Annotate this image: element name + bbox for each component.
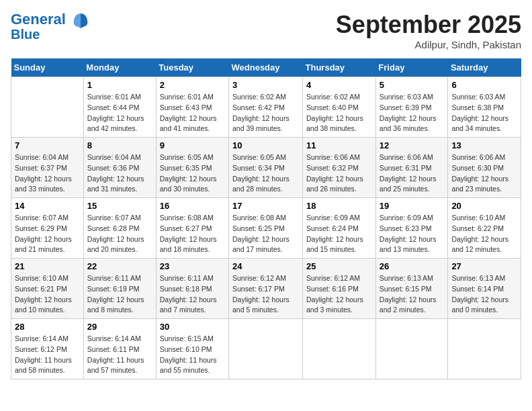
week-row-1: 1Sunrise: 6:01 AM Sunset: 6:44 PM Daylig… [11, 77, 521, 138]
calendar-cell: 5Sunrise: 6:03 AM Sunset: 6:39 PM Daylig… [375, 77, 448, 138]
day-header-tuesday: Tuesday [156, 58, 228, 77]
calendar-cell: 24Sunrise: 6:12 AM Sunset: 6:17 PM Dayli… [229, 259, 303, 319]
calendar-cell: 12Sunrise: 6:06 AM Sunset: 6:31 PM Dayli… [375, 138, 448, 198]
day-info: Sunrise: 6:08 AM Sunset: 6:25 PM Dayligh… [232, 213, 299, 255]
location: Adilpur, Sindh, Pakistan [336, 39, 521, 50]
day-number: 26 [380, 261, 445, 271]
day-info: Sunrise: 6:14 AM Sunset: 6:12 PM Dayligh… [15, 334, 80, 376]
day-number: 25 [306, 261, 372, 271]
day-number: 28 [15, 322, 80, 332]
calendar-cell: 17Sunrise: 6:08 AM Sunset: 6:25 PM Dayli… [229, 198, 303, 259]
calendar-cell: 6Sunrise: 6:03 AM Sunset: 6:38 PM Daylig… [448, 77, 521, 138]
day-info: Sunrise: 6:13 AM Sunset: 6:14 PM Dayligh… [451, 273, 517, 316]
calendar-cell: 2Sunrise: 6:01 AM Sunset: 6:43 PM Daylig… [156, 77, 228, 138]
calendar-cell: 27Sunrise: 6:13 AM Sunset: 6:14 PM Dayli… [448, 259, 521, 319]
calendar-cell: 13Sunrise: 6:06 AM Sunset: 6:30 PM Dayli… [448, 138, 521, 198]
day-number: 11 [306, 140, 372, 150]
week-row-2: 7Sunrise: 6:04 AM Sunset: 6:37 PM Daylig… [11, 138, 521, 198]
day-number: 2 [160, 80, 225, 90]
calendar-cell: 25Sunrise: 6:12 AM Sunset: 6:16 PM Dayli… [303, 259, 376, 319]
day-info: Sunrise: 6:04 AM Sunset: 6:36 PM Dayligh… [87, 152, 152, 195]
day-number: 21 [15, 261, 80, 271]
day-number: 9 [160, 140, 225, 150]
calendar-cell [229, 319, 303, 379]
day-info: Sunrise: 6:02 AM Sunset: 6:40 PM Dayligh… [306, 92, 372, 134]
day-info: Sunrise: 6:06 AM Sunset: 6:31 PM Dayligh… [380, 152, 445, 195]
title-block: September 2025 Adilpur, Sindh, Pakistan [336, 11, 521, 50]
calendar-cell [11, 77, 84, 138]
calendar-cell: 23Sunrise: 6:11 AM Sunset: 6:18 PM Dayli… [156, 259, 228, 319]
day-info: Sunrise: 6:05 AM Sunset: 6:34 PM Dayligh… [232, 152, 299, 195]
day-number: 23 [160, 261, 225, 271]
day-info: Sunrise: 6:08 AM Sunset: 6:27 PM Dayligh… [160, 213, 225, 255]
day-info: Sunrise: 6:07 AM Sunset: 6:28 PM Dayligh… [87, 213, 152, 255]
day-number: 12 [380, 140, 445, 150]
day-number: 27 [451, 261, 517, 271]
calendar-cell: 11Sunrise: 6:06 AM Sunset: 6:32 PM Dayli… [303, 138, 376, 198]
calendar-cell: 16Sunrise: 6:08 AM Sunset: 6:27 PM Dayli… [156, 198, 228, 259]
calendar-cell: 21Sunrise: 6:10 AM Sunset: 6:21 PM Dayli… [11, 259, 84, 319]
calendar-cell: 18Sunrise: 6:09 AM Sunset: 6:24 PM Dayli… [303, 198, 376, 259]
calendar-cell: 19Sunrise: 6:09 AM Sunset: 6:23 PM Dayli… [375, 198, 448, 259]
day-number: 13 [451, 140, 517, 150]
calendar-cell: 14Sunrise: 6:07 AM Sunset: 6:29 PM Dayli… [11, 198, 84, 259]
day-header-sunday: Sunday [11, 58, 84, 77]
day-info: Sunrise: 6:07 AM Sunset: 6:29 PM Dayligh… [15, 213, 80, 255]
calendar-cell: 3Sunrise: 6:02 AM Sunset: 6:42 PM Daylig… [229, 77, 303, 138]
day-number: 4 [306, 80, 372, 90]
calendar-cell: 30Sunrise: 6:15 AM Sunset: 6:10 PM Dayli… [156, 319, 228, 379]
day-info: Sunrise: 6:02 AM Sunset: 6:42 PM Dayligh… [232, 92, 299, 134]
day-info: Sunrise: 6:12 AM Sunset: 6:16 PM Dayligh… [306, 273, 372, 316]
day-info: Sunrise: 6:10 AM Sunset: 6:22 PM Dayligh… [451, 213, 517, 255]
week-row-4: 21Sunrise: 6:10 AM Sunset: 6:21 PM Dayli… [11, 259, 521, 319]
day-info: Sunrise: 6:05 AM Sunset: 6:35 PM Dayligh… [160, 152, 225, 195]
day-number: 3 [232, 80, 299, 90]
day-number: 20 [451, 201, 517, 211]
calendar-cell: 10Sunrise: 6:05 AM Sunset: 6:34 PM Dayli… [229, 138, 303, 198]
calendar-table: SundayMondayTuesdayWednesdayThursdayFrid… [11, 58, 521, 379]
day-number: 10 [232, 140, 299, 150]
day-number: 7 [15, 140, 80, 150]
day-header-wednesday: Wednesday [229, 58, 303, 77]
day-number: 22 [87, 261, 152, 271]
day-number: 17 [232, 201, 299, 211]
calendar-cell: 29Sunrise: 6:14 AM Sunset: 6:11 PM Dayli… [83, 319, 156, 379]
calendar-cell: 28Sunrise: 6:14 AM Sunset: 6:12 PM Dayli… [11, 319, 84, 379]
day-info: Sunrise: 6:03 AM Sunset: 6:39 PM Dayligh… [380, 92, 445, 134]
calendar-cell: 22Sunrise: 6:11 AM Sunset: 6:19 PM Dayli… [83, 259, 156, 319]
day-info: Sunrise: 6:01 AM Sunset: 6:43 PM Dayligh… [160, 92, 225, 134]
day-header-monday: Monday [83, 58, 156, 77]
day-number: 6 [451, 80, 517, 90]
week-row-3: 14Sunrise: 6:07 AM Sunset: 6:29 PM Dayli… [11, 198, 521, 259]
day-info: Sunrise: 6:09 AM Sunset: 6:23 PM Dayligh… [380, 213, 445, 255]
day-info: Sunrise: 6:11 AM Sunset: 6:19 PM Dayligh… [87, 273, 152, 316]
day-header-friday: Friday [375, 58, 448, 77]
calendar-cell: 8Sunrise: 6:04 AM Sunset: 6:36 PM Daylig… [83, 138, 156, 198]
day-number: 30 [160, 322, 225, 332]
day-number: 5 [380, 80, 445, 90]
calendar-cell [375, 319, 448, 379]
page-header: General Blue September 2025 Adilpur, Sin… [11, 11, 521, 50]
logo: General Blue [11, 11, 90, 42]
day-info: Sunrise: 6:06 AM Sunset: 6:30 PM Dayligh… [451, 152, 517, 195]
day-number: 8 [87, 140, 152, 150]
day-info: Sunrise: 6:13 AM Sunset: 6:15 PM Dayligh… [380, 273, 445, 316]
day-header-thursday: Thursday [303, 58, 376, 77]
calendar-cell [303, 319, 376, 379]
day-number: 18 [306, 201, 372, 211]
day-number: 1 [87, 80, 152, 90]
calendar-cell: 9Sunrise: 6:05 AM Sunset: 6:35 PM Daylig… [156, 138, 228, 198]
day-number: 19 [380, 201, 445, 211]
day-number: 29 [87, 322, 152, 332]
day-info: Sunrise: 6:15 AM Sunset: 6:10 PM Dayligh… [160, 334, 225, 376]
week-row-5: 28Sunrise: 6:14 AM Sunset: 6:12 PM Dayli… [11, 319, 521, 379]
calendar-cell: 26Sunrise: 6:13 AM Sunset: 6:15 PM Dayli… [375, 259, 448, 319]
calendar-cell: 4Sunrise: 6:02 AM Sunset: 6:40 PM Daylig… [303, 77, 376, 138]
header-row: SundayMondayTuesdayWednesdayThursdayFrid… [11, 58, 521, 77]
day-info: Sunrise: 6:11 AM Sunset: 6:18 PM Dayligh… [160, 273, 225, 316]
calendar-cell: 20Sunrise: 6:10 AM Sunset: 6:22 PM Dayli… [448, 198, 521, 259]
day-number: 15 [87, 201, 152, 211]
day-number: 24 [232, 261, 299, 271]
day-info: Sunrise: 6:12 AM Sunset: 6:17 PM Dayligh… [232, 273, 299, 316]
day-info: Sunrise: 6:14 AM Sunset: 6:11 PM Dayligh… [87, 334, 152, 376]
